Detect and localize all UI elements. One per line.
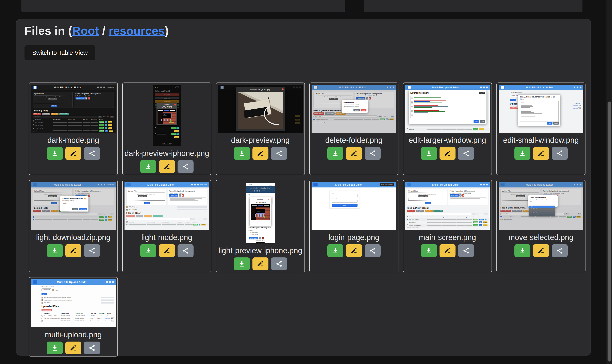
files-panel: Files in (Root / resources) Switch to Ta… (16, 19, 591, 355)
file-card-light-mode: Multi File Upload EditorDark Mode Upload… (122, 180, 211, 273)
file-thumbnail[interactable]: Multi File Upload & Edit Choose files to… (31, 279, 116, 327)
thumb-section-title: Uploaded Files (31, 304, 116, 308)
file-name: edit-small-window.png (503, 136, 579, 144)
file-thumbnail[interactable]: Multi File Upload Editor Upload FilesDro… (312, 85, 396, 133)
file-thumbnail[interactable]: Multi File Upload EditorLight Mode Uploa… (31, 85, 116, 133)
file-thumbnail[interactable]: Multi File Upload Editor Upload FilesDro… (405, 182, 490, 230)
battery-icon (269, 184, 272, 185)
preview-game-image: I AMERROR. (251, 204, 270, 220)
share-button[interactable] (177, 244, 193, 257)
file-name: login-page.png (328, 233, 379, 242)
thumb-app-title: Multi File Upload Editor (413, 86, 479, 89)
file-card-dark-preview: Multi File Upload Editor RenameRenameRen… (216, 82, 305, 175)
file-thumbnail[interactable]: 3:18 Multi File Upload Editor Dark Mode … (246, 182, 275, 243)
edit-button[interactable] (533, 147, 549, 160)
download-button[interactable] (234, 258, 250, 270)
share-button[interactable] (271, 147, 287, 160)
breadcrumb-resources-link[interactable]: resources (109, 24, 165, 37)
thumb-login-form: User Password Login (329, 191, 360, 208)
edit-button[interactable] (346, 244, 362, 257)
edit-button[interactable] (439, 244, 456, 257)
file-thumbnail[interactable]: Multi File Upload Editor RenameRenameRen… (218, 85, 303, 133)
page: Files in (Root / resources) Switch to Ta… (0, 0, 612, 364)
thumb-choose-files: Choose Files (48, 98, 57, 100)
file-thumbnail[interactable]: 3:16 Files in (Root) Delete Files Copy F… (153, 85, 181, 146)
scrollbar-thumb[interactable] (608, 102, 611, 362)
menu-icon (501, 86, 505, 89)
move-modal: Move Selected Files Select a target fold… (528, 195, 558, 207)
file-card-main-screen: Multi File Upload Editor Upload FilesDro… (403, 180, 492, 273)
edit-modal: Editing: PCB_PCB_ESP32-USB-C_2025-02-15-… (518, 94, 560, 126)
download-button[interactable] (515, 147, 530, 160)
file-card-move-selected: Multi File Upload Editor Upload FilesDro… (496, 180, 585, 273)
download-button[interactable] (421, 244, 437, 257)
menu-icon (33, 86, 37, 89)
file-name: dark-preview-iphone.png (124, 149, 209, 158)
json-editor (520, 101, 558, 122)
file-name: edit-larger-window.png (409, 136, 486, 144)
download-button[interactable] (140, 160, 156, 173)
file-thumbnail[interactable]: Multi File Upload Editor Upload FilesDro… (499, 182, 583, 230)
download-button[interactable] (234, 147, 250, 160)
share-button[interactable] (552, 147, 568, 160)
menu-icon (313, 183, 318, 186)
file-thumbnail[interactable]: Multi File Upload EditorDark Mode Upload… (31, 182, 116, 230)
download-button[interactable] (327, 147, 343, 160)
share-button[interactable] (84, 244, 100, 257)
share-button[interactable] (84, 147, 100, 160)
file-card-light-downloadzip: Multi File Upload EditorDark Mode Upload… (29, 180, 118, 273)
edit-button[interactable] (439, 147, 456, 160)
share-button[interactable] (365, 147, 381, 160)
share-button[interactable] (271, 258, 287, 270)
preview-modal: ✕ Preview:I_am_Error.png I AMERROR. (250, 197, 271, 226)
file-thumbnail[interactable]: Multi File Upload & Edit Choose files to… (499, 85, 583, 133)
thumb-nav-panel-title: Folder Navigation & Management (76, 93, 101, 95)
file-card-edit-small-window: Multi File Upload & Edit Choose files to… (496, 82, 585, 175)
share-button[interactable] (365, 244, 381, 257)
edit-button[interactable] (346, 147, 362, 160)
edit-button[interactable] (159, 160, 175, 173)
delete-folder-modal: Delete Folder Are you sure you want to d… (342, 100, 368, 113)
file-thumbnail[interactable]: Multi File Upload Editor LICENSEDownload… (405, 85, 490, 133)
file-card-dark-preview-iphone: 3:16 Files in (Root) Delete Files Copy F… (122, 82, 211, 175)
edit-button[interactable] (252, 147, 269, 160)
share-button[interactable] (458, 147, 474, 160)
top-panel-left (21, 0, 345, 12)
download-button[interactable] (47, 244, 63, 257)
top-panel-right (364, 0, 583, 12)
edit-button[interactable] (533, 244, 549, 257)
breadcrumb-root-link[interactable]: Root (72, 24, 99, 37)
edit-button[interactable] (65, 244, 82, 257)
edit-button[interactable] (65, 341, 82, 354)
share-button[interactable] (177, 160, 193, 173)
scrollbar-track[interactable] (607, 0, 612, 364)
menu-icon (33, 280, 37, 284)
thumb-status-time: 3:18 (249, 184, 252, 186)
thumb-app-title: Multi File Upload Editor (319, 183, 378, 186)
preview-photo (238, 91, 283, 129)
download-button[interactable] (140, 244, 156, 257)
edit-button[interactable] (159, 244, 175, 257)
edit-button[interactable] (252, 258, 269, 270)
thumb-section-title: Files in (NewFolder2) (405, 206, 490, 209)
download-button[interactable] (47, 147, 63, 160)
switch-table-view-button[interactable]: Switch to Table View (25, 45, 95, 60)
file-thumbnail[interactable]: Multi File Upload EditorDark Mode Upload… (124, 182, 209, 230)
battery-icon (176, 87, 179, 88)
file-name: light-downloadzip.png (36, 233, 110, 242)
edit-button[interactable] (65, 147, 82, 160)
move-folder-dropdown: ✓ (Root) NewFolder1 sub NewFolder2 NewFo… (529, 206, 555, 216)
file-card-edit-larger-window: Multi File Upload Editor LICENSEDownload… (403, 82, 492, 175)
share-button[interactable] (84, 341, 100, 354)
download-button[interactable] (515, 244, 530, 257)
file-thumbnail[interactable]: Multi File Upload EditorPlease log in to… (312, 182, 396, 230)
download-button[interactable] (47, 341, 63, 354)
share-button[interactable] (552, 244, 568, 257)
downloadzip-modal: Download Selected Files as Zip Enter a n… (60, 196, 88, 211)
preview-game-image: I AMERROR. (158, 109, 176, 124)
share-button[interactable] (458, 244, 474, 257)
file-name: light-mode.png (141, 233, 192, 242)
menu-icon (407, 86, 411, 89)
download-button[interactable] (327, 244, 343, 257)
download-button[interactable] (421, 147, 437, 160)
